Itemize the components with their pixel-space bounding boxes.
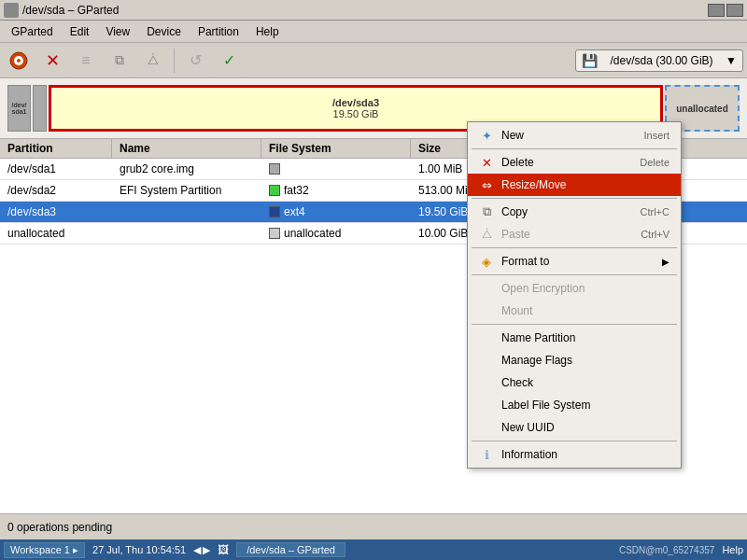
- unalloc-label: unallocated: [676, 104, 728, 114]
- close-error-button[interactable]: ✕: [37, 47, 67, 75]
- next-arrow-icon[interactable]: ▶: [203, 544, 210, 556]
- paste-icon: ⧊: [479, 227, 494, 242]
- maximize-button[interactable]: [726, 4, 743, 17]
- ctx-separator: [472, 198, 677, 199]
- cell-filesystem: fat32: [261, 180, 411, 201]
- fs-color-indicator: [269, 228, 280, 239]
- undo-toolbar-button: ↺: [180, 47, 210, 75]
- title-bar-left: /dev/sda – GParted: [4, 3, 119, 18]
- gparted-icon: [4, 3, 19, 18]
- cell-name: [112, 223, 261, 244]
- ctx-separator: [472, 247, 677, 248]
- ctx-shortcut-delete: Delete: [640, 157, 669, 168]
- sda3-label: /dev/sda3: [332, 97, 379, 108]
- context-menu-item-copy[interactable]: ⧉ Copy Ctrl+C: [468, 201, 681, 223]
- disk-segment-sda2[interactable]: [33, 85, 47, 132]
- device-selector[interactable]: 💾 /dev/sda (30.00 GiB) ▼: [575, 49, 743, 72]
- encrypt-icon: [479, 281, 494, 296]
- title-bar: /dev/sda – GParted: [0, 0, 747, 21]
- context-menu-item-label-fs[interactable]: Label File System: [468, 394, 681, 416]
- context-menu: ✦ New Insert ✕ Delete Delete ⇔ Resize/Mo…: [467, 121, 682, 469]
- fs-color-indicator: [269, 206, 280, 217]
- cell-partition: /dev/sda3: [0, 202, 112, 222]
- new-icon: ✦: [479, 128, 494, 143]
- ctx-label-paste: Paste: [501, 228, 530, 241]
- paste-toolbar-button: ⧊: [138, 47, 168, 75]
- apply-toolbar-button[interactable]: ✓: [214, 47, 244, 75]
- cell-name: EFI System Partition: [112, 180, 261, 201]
- context-menu-item-new-uuid[interactable]: New UUID: [468, 416, 681, 439]
- label-fs-icon: [479, 398, 494, 413]
- cell-partition: unallocated: [0, 223, 112, 244]
- toolbar-right: 💾 /dev/sda (30.00 GiB) ▼: [575, 49, 743, 72]
- ctx-label-mount: Mount: [501, 304, 532, 317]
- context-menu-item-information[interactable]: ℹ Information: [468, 443, 681, 466]
- taskbar: Workspace 1 ▸ 27 Jul, Thu 10:54:51 ◀ ▶ 🖼…: [0, 539, 747, 560]
- context-menu-item-new[interactable]: ✦ New Insert: [468, 124, 681, 147]
- context-menu-item-check[interactable]: Check: [468, 371, 681, 394]
- ctx-label-delete: Delete: [501, 156, 534, 169]
- delete-icon: ✕: [479, 155, 494, 170]
- uuid-icon: [479, 420, 494, 435]
- header-partition: Partition: [0, 139, 112, 158]
- context-menu-item-paste: ⧊ Paste Ctrl+V: [468, 223, 681, 245]
- menu-help[interactable]: Help: [248, 23, 287, 40]
- ctx-label-resize: Resize/Move: [501, 178, 566, 191]
- cell-filesystem: unallocated: [261, 223, 411, 244]
- toolbar-separator-1: [174, 49, 175, 73]
- menu-edit[interactable]: Edit: [63, 23, 97, 40]
- ctx-label-manage-flags: Manage Flags: [501, 354, 572, 367]
- fs-color-indicator: [269, 185, 280, 196]
- header-filesystem: File System: [261, 139, 411, 158]
- ctx-separator: [472, 441, 677, 441]
- context-menu-item-delete[interactable]: ✕ Delete Delete: [468, 151, 681, 174]
- ctx-label-new: New: [501, 129, 524, 142]
- copy-toolbar-button: ⧉: [105, 47, 134, 75]
- taskbar-datetime: 27 Jul, Thu 10:54:51: [92, 544, 186, 555]
- prev-arrow-icon[interactable]: ◀: [193, 544, 201, 556]
- menu-partition[interactable]: Partition: [190, 23, 247, 40]
- taskbar-nav-arrows: ◀ ▶: [193, 544, 210, 556]
- status-bar: 0 operations pending: [0, 513, 747, 539]
- status-text: 0 operations pending: [7, 521, 112, 534]
- gparted-logo-button[interactable]: [4, 47, 34, 75]
- ctx-label-format: Format to: [501, 255, 549, 268]
- info-icon: ℹ: [479, 447, 494, 462]
- taskbar-app-button[interactable]: /dev/sda – GParted: [236, 542, 345, 557]
- disk-segment-sda1[interactable]: /dev/sda1: [7, 85, 31, 132]
- cell-partition: /dev/sda2: [0, 180, 112, 201]
- taskbar-workspace[interactable]: Workspace 1 ▸: [4, 542, 85, 558]
- format-icon: ◈: [479, 254, 494, 269]
- context-menu-item-encryption: Open Encryption: [468, 277, 681, 300]
- ctx-shortcut-copy: Ctrl+C: [641, 206, 669, 217]
- ctx-label-encryption: Open Encryption: [501, 282, 585, 295]
- menu-device[interactable]: Device: [139, 23, 189, 40]
- cell-name: grub2 core.img: [112, 159, 261, 179]
- ctx-label-new-uuid: New UUID: [501, 421, 555, 434]
- context-menu-item-name-partition[interactable]: Name Partition: [468, 327, 681, 349]
- ctx-label-copy: Copy: [501, 205, 528, 218]
- ctx-separator: [472, 148, 677, 149]
- toolbar: ✕ ≡ ⧉ ⧊ ↺ ✓ 💾 /dev/sda (30.00 GiB) ▼: [0, 43, 747, 78]
- menu-gparted[interactable]: GParted: [4, 23, 61, 40]
- check-icon: [479, 375, 494, 390]
- context-menu-item-manage-flags[interactable]: Manage Flags: [468, 349, 681, 371]
- taskbar-help[interactable]: Help: [722, 544, 743, 555]
- minimize-button[interactable]: [708, 4, 725, 17]
- header-name: Name: [112, 139, 261, 158]
- context-menu-item-format[interactable]: ◈ Format to ▶: [468, 250, 681, 273]
- screenshot-icon: 🖼: [218, 543, 229, 556]
- watermark-text: CSDN@m0_65274357: [619, 545, 714, 555]
- ctx-shortcut-new: Insert: [643, 130, 669, 141]
- menu-view[interactable]: View: [98, 23, 137, 40]
- fs-color-indicator: [269, 163, 280, 175]
- context-menu-item-mount: Mount: [468, 300, 681, 322]
- ctx-separator: [472, 324, 677, 325]
- device-selector-label: /dev/sda (30.00 GiB): [611, 54, 713, 67]
- ctx-separator: [472, 274, 677, 275]
- context-menu-item-resize[interactable]: ⇔ Resize/Move: [468, 174, 681, 196]
- ctx-label-check: Check: [501, 376, 533, 389]
- cell-name: [112, 202, 261, 222]
- submenu-arrow-icon: ▶: [662, 257, 669, 267]
- menu-bar: GParted Edit View Device Partition Help: [0, 21, 747, 43]
